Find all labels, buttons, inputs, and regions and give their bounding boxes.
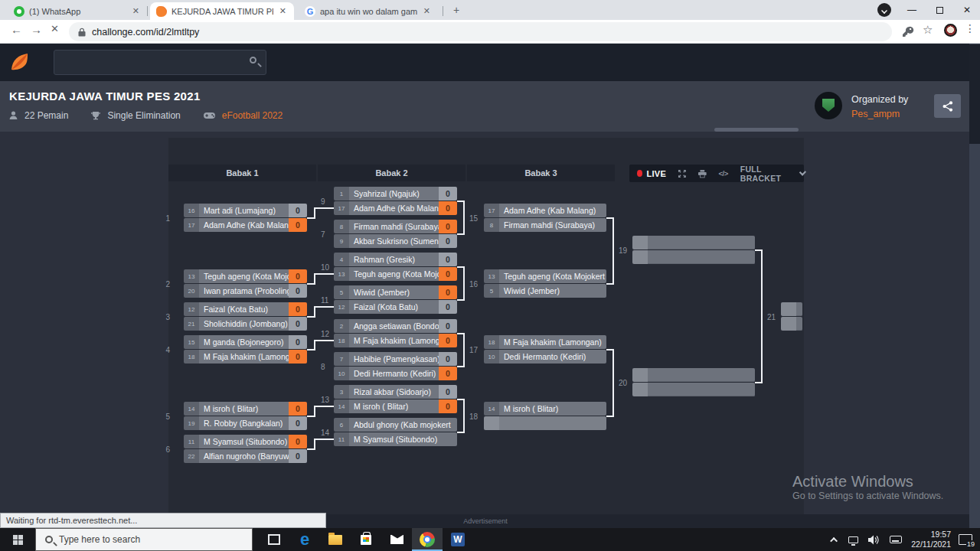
bracket-row[interactable]: 17Adam Adhe (Kab Malang) [484, 204, 606, 217]
score-box: 0 [439, 220, 457, 233]
bracket-row[interactable]: 17Adam Adhe (Kab Malang)0 [334, 201, 457, 215]
bracket-row[interactable]: 3Rizal akbar (Sidoarjo)0 [334, 385, 457, 399]
score-box: 0 [289, 302, 307, 316]
bracket-row[interactable]: 5Wiwid (Jember)0 [334, 285, 457, 299]
vertical-scrollbar-thumb[interactable] [969, 44, 980, 144]
bracket-row[interactable]: 10Dedi Hermanto (Kediri) [484, 350, 606, 364]
bracket-row[interactable] [632, 368, 755, 382]
tab-close-icon[interactable]: ✕ [131, 6, 141, 16]
seed-number: 8 [484, 218, 499, 232]
bracket-row[interactable]: 18M Faja khakim (Lamongan)0 [184, 350, 307, 364]
task-view-button[interactable] [259, 528, 289, 551]
bracket-row[interactable]: 9Akbar Sukrisno (Sumenenp0 [334, 234, 457, 248]
tab-close-icon[interactable]: ✕ [278, 6, 288, 16]
forward-icon[interactable]: → [31, 23, 42, 36]
tab-close-icon[interactable]: ✕ [422, 6, 432, 16]
network-icon[interactable] [848, 536, 858, 543]
taskbar-word[interactable]: W [443, 528, 473, 551]
tab-google-search[interactable]: G apa itu win wo dalam game - Pe ✕ [299, 2, 438, 20]
touch-keyboard-icon[interactable] [890, 536, 902, 543]
bracket-row[interactable] [632, 250, 755, 264]
seed-number [632, 250, 648, 264]
bracket-row[interactable]: 8Firman mahdi (Surabaya)0 [334, 220, 457, 233]
bracket-row[interactable]: 20Iwan pratama (Probolinggo0 [184, 284, 307, 298]
bracket-row[interactable]: 17Adam Adhe (Kab Malang)0 [184, 218, 307, 232]
match-number: 16 [469, 279, 478, 288]
seed-number [484, 416, 499, 430]
bracket-row[interactable] [632, 383, 755, 396]
profile-avatar[interactable] [944, 24, 957, 37]
password-key-icon[interactable] [902, 25, 914, 37]
bracket-row[interactable]: 16Mart adi (Lumajang)0 [184, 204, 307, 217]
address-bar[interactable]: challonge.com/id/2lmtltpy [69, 22, 892, 41]
taskbar-edge[interactable]: e [289, 528, 320, 551]
stop-loading-icon[interactable]: ✕ [51, 23, 59, 34]
start-button[interactable] [0, 528, 35, 551]
bracket-row[interactable] [632, 236, 755, 249]
notification-count: 19 [966, 540, 975, 548]
bracket-row[interactable]: 14M isroh ( Blitar) [484, 402, 606, 416]
bracket-row[interactable]: 13Teguh ageng (Kota Mojokert0 [184, 269, 307, 283]
match-number: 13 [321, 395, 329, 403]
bracket-row[interactable]: 22Alfian nugroho (Banyuwang0 [184, 449, 307, 463]
taskbar-chrome[interactable] [412, 528, 443, 551]
connector-line [315, 273, 334, 275]
connector-line [612, 349, 614, 417]
match-number: 7 [321, 230, 325, 238]
connector-line [314, 306, 315, 318]
close-button[interactable]: ✕ [956, 0, 978, 20]
match-number: 5 [165, 412, 170, 420]
bracket-row[interactable]: 13Teguh ageng (Kota Mojokert [484, 269, 606, 283]
participant-name: Dedi Hermanto (Kediri) [499, 350, 606, 364]
back-icon[interactable]: ← [11, 23, 22, 36]
activate-windows-line2: Go to Settings to activate Windows. [792, 491, 943, 501]
bracket-row[interactable]: 2Angga setiawan (Bondowos0 [334, 319, 457, 333]
bracket-row[interactable]: 18M Faja khakim (Lamongan) [484, 335, 606, 349]
taskbar-store[interactable] [351, 528, 381, 551]
taskbar-clock[interactable]: 19:57 22/11/2021 [911, 530, 951, 549]
taskbar-file-explorer[interactable] [320, 528, 351, 551]
menu-dots-icon[interactable]: ⋮ [965, 22, 975, 34]
match-number: 1 [165, 214, 170, 222]
bracket-row[interactable]: 19R. Robby (Bangkalan)0 [184, 416, 307, 430]
bracket-row[interactable]: 6Abdul ghony (Kab mojokert [334, 418, 457, 432]
bracket-row[interactable]: 8Firman mahdi (Surabaya) [484, 218, 606, 232]
bracket-row[interactable]: 15M ganda (Bojonegoro)0 [184, 335, 307, 349]
participant-name: M isroh ( Blitar) [199, 402, 289, 416]
bracket-row[interactable]: 13Teguh ageng (Kota Mojokert0 [334, 267, 457, 281]
bracket-row[interactable]: 21Sholichiddin (Jombang)0 [184, 317, 307, 331]
seed-number: 17 [484, 204, 499, 217]
maximize-button[interactable] [928, 0, 951, 20]
tab-whatsapp[interactable]: (1) WhatsApp ✕ [8, 2, 147, 20]
bracket-row[interactable]: 14M isroh ( Blitar)0 [334, 399, 457, 413]
seed-number [781, 317, 796, 331]
bracket-row[interactable]: 4Rahman (Gresik)0 [334, 253, 457, 266]
score-box: 0 [439, 319, 457, 333]
bracket-row[interactable]: 11M Syamsul (Situbondo) [334, 432, 457, 446]
taskbar-search-input[interactable]: Type here to search [35, 528, 253, 551]
action-center-icon[interactable]: 19 [959, 534, 972, 545]
bracket-row[interactable]: 7Habibie (Pamengkasan)0 [334, 352, 457, 366]
bracket-row[interactable]: 10Dedi Hermanto (Kediri)0 [334, 367, 457, 380]
score-box: 0 [289, 204, 307, 217]
bracket-row[interactable] [781, 317, 802, 331]
volume-icon[interactable] [868, 535, 879, 545]
bracket-row[interactable]: 5Wiwid (Jember) [484, 284, 606, 298]
bracket-row[interactable] [484, 416, 606, 430]
bracket-row[interactable] [781, 302, 802, 316]
bracket-row[interactable]: 18M Faja khakim (Lamongan)0 [334, 334, 457, 347]
bracket-row[interactable]: 1Syahrizal (Ngajuk)0 [334, 187, 457, 201]
bracket-row[interactable]: 12Faizal (Kota Batu)0 [334, 300, 457, 314]
chrome-account-button[interactable] [877, 3, 891, 17]
bracket-row[interactable]: 11M Syamsul (Situbondo)0 [184, 435, 307, 448]
minimize-button[interactable]: — [900, 0, 923, 20]
bracket-row[interactable]: 12Faizal (Kota Batu)0 [184, 302, 307, 316]
bookmark-star-icon[interactable]: ☆ [923, 23, 933, 37]
taskbar-mail[interactable] [381, 528, 412, 551]
participant-name: Wiwid (Jember) [349, 285, 439, 299]
tab-challonge[interactable]: KEJURDA JAWA TIMUR PES 2021 ✕ [150, 2, 294, 20]
participant-name [499, 416, 606, 430]
new-tab-button[interactable]: + [453, 4, 459, 16]
bracket-row[interactable]: 14M isroh ( Blitar)0 [184, 402, 307, 416]
participant-name: Sholichiddin (Jombang) [199, 317, 289, 331]
